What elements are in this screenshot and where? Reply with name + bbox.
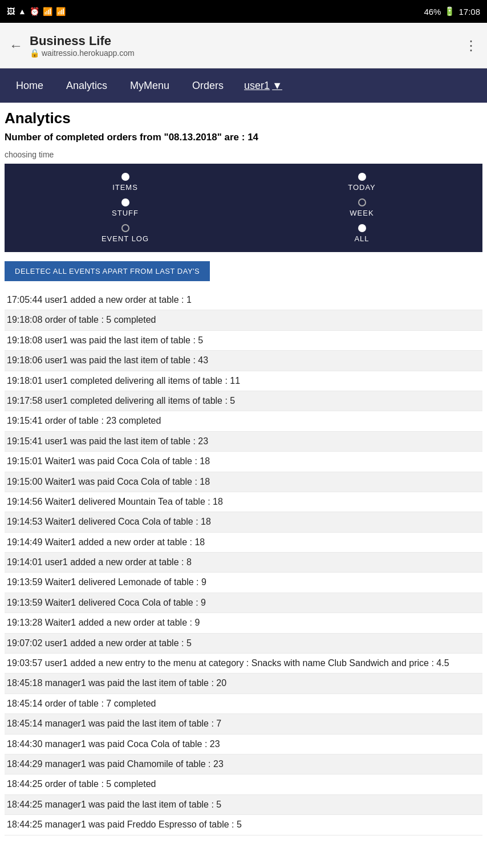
- event-row: 19:14:53 Waiter1 delivered Coca Cola of …: [5, 512, 482, 532]
- browser-title: Business Life: [30, 34, 135, 48]
- event-row: 19:18:01 user1 completed delivering all …: [5, 371, 482, 391]
- nav-bar: Home Analytics MyMenu Orders user1 ▼: [0, 68, 487, 103]
- wifi-icon: 📶: [43, 7, 52, 16]
- filter-week-radio: [358, 198, 366, 206]
- event-row: 18:44:30 manager1 was paid Coca Cola of …: [5, 735, 482, 755]
- status-bar: 🖼 ▲ ⏰ 📶 📶 46% 🔋 17:08: [0, 0, 487, 23]
- filter-event-log-radio: [121, 224, 129, 232]
- nav-user-dropdown[interactable]: user1 ▼: [235, 75, 291, 96]
- event-row: 18:45:14 manager1 was paid the last item…: [5, 714, 482, 734]
- event-row: 18:44:25 manager1 was paid the last item…: [5, 795, 482, 815]
- image-icon: 🖼: [7, 7, 15, 16]
- alarm-icon: ⏰: [30, 7, 39, 16]
- filter-items-label: ITEMS: [112, 183, 138, 192]
- status-bar-right: 46% 🔋 17:08: [424, 6, 480, 17]
- filter-all[interactable]: ALL: [255, 224, 469, 243]
- time-label: 17:08: [458, 7, 480, 17]
- nav-analytics[interactable]: Analytics: [55, 75, 119, 96]
- browser-bar: ← Business Life 🔒 waitressio.herokuapp.c…: [0, 23, 487, 68]
- filter-panel: ITEMS TODAY STUFF WEEK EVENT LOG ALL: [5, 164, 482, 252]
- filter-items[interactable]: ITEMS: [18, 173, 232, 192]
- back-button[interactable]: ←: [9, 38, 23, 54]
- event-row: 18:44:29 manager1 was paid Chamomile of …: [5, 755, 482, 774]
- page-content: Analytics Number of completed orders fro…: [0, 103, 487, 842]
- event-row: 19:03:57 user1 added a new entry to the …: [5, 654, 482, 674]
- event-row: 19:18:08 order of table : 5 completed: [5, 310, 482, 330]
- event-row: 19:13:59 Waiter1 delivered Coca Cola of …: [5, 593, 482, 613]
- event-row: 19:15:41 order of table : 23 completed: [5, 411, 482, 431]
- event-row: 19:07:02 user1 added a new order at tabl…: [5, 634, 482, 654]
- battery-icon: 🔋: [444, 6, 455, 17]
- filter-week-label: WEEK: [350, 209, 374, 217]
- filter-today-label: TODAY: [348, 183, 376, 192]
- event-row: 19:14:49 Waiter1 added a new order at ta…: [5, 533, 482, 553]
- nav-user-label: user1: [244, 80, 270, 92]
- event-row: 19:15:01 Waiter1 was paid Coca Cola of t…: [5, 452, 482, 472]
- event-row: 19:14:56 Waiter1 delivered Mountain Tea …: [5, 492, 482, 512]
- url-text: waitressio.herokuapp.com: [42, 48, 135, 58]
- event-row: 19:15:00 Waiter1 was paid Coca Cola of t…: [5, 472, 482, 492]
- status-bar-left: 🖼 ▲ ⏰ 📶 📶: [7, 7, 66, 16]
- nav-mymenu[interactable]: MyMenu: [119, 75, 181, 96]
- lock-icon: 🔒: [30, 48, 39, 58]
- filter-stuff-label: STUFF: [112, 209, 139, 217]
- browser-title-group: Business Life 🔒 waitressio.herokuapp.com: [30, 34, 135, 58]
- event-row: 19:17:58 user1 completed delivering all …: [5, 391, 482, 411]
- choosing-time-label: choosing time: [5, 150, 482, 159]
- filter-all-label: ALL: [354, 234, 369, 243]
- delete-events-button[interactable]: DELETEC ALL EVENTS APART FROM LAST DAY'S: [5, 261, 210, 281]
- filter-today-radio: [358, 173, 366, 181]
- signal-icon: 📶: [56, 7, 66, 16]
- filter-stuff[interactable]: STUFF: [18, 198, 232, 217]
- event-row: 18:45:18 manager1 was paid the last item…: [5, 674, 482, 693]
- notification-icon: ▲: [18, 7, 26, 16]
- event-row: 19:18:06 user1 was paid the last item of…: [5, 351, 482, 371]
- dropdown-arrow-icon: ▼: [272, 80, 282, 92]
- event-row: 18:45:14 order of table : 7 completed: [5, 694, 482, 714]
- event-log: 17:05:44 user1 added a new order at tabl…: [5, 290, 482, 835]
- event-row: 17:05:44 user1 added a new order at tabl…: [5, 290, 482, 310]
- filter-items-radio: [121, 173, 129, 181]
- filter-stuff-radio: [121, 198, 129, 206]
- filter-today[interactable]: TODAY: [255, 173, 469, 192]
- browser-bar-content: ← Business Life 🔒 waitressio.herokuapp.c…: [9, 34, 135, 58]
- event-row: 18:44:25 manager1 was paid Freddo Espres…: [5, 815, 482, 835]
- battery-label: 46%: [424, 7, 441, 17]
- nav-home[interactable]: Home: [5, 75, 55, 96]
- event-row: 18:44:25 order of table : 5 completed: [5, 774, 482, 794]
- nav-orders[interactable]: Orders: [181, 75, 235, 96]
- page-title: Analytics: [5, 109, 482, 127]
- event-row: 19:15:41 user1 was paid the last item of…: [5, 432, 482, 452]
- event-row: 19:18:08 user1 was paid the last item of…: [5, 331, 482, 351]
- completed-orders-text: Number of completed orders from "08.13.2…: [5, 132, 482, 143]
- filter-event-log[interactable]: EVENT LOG: [18, 224, 232, 243]
- event-row: 19:13:59 Waiter1 delivered Lemonade of t…: [5, 573, 482, 593]
- event-row: 19:14:01 user1 added a new order at tabl…: [5, 553, 482, 573]
- event-row: 19:13:28 Waiter1 added a new order at ta…: [5, 613, 482, 633]
- browser-url: 🔒 waitressio.herokuapp.com: [30, 48, 135, 58]
- browser-menu-button[interactable]: ⋮: [464, 38, 478, 54]
- filter-week[interactable]: WEEK: [255, 198, 469, 217]
- filter-event-log-label: EVENT LOG: [102, 234, 149, 243]
- filter-all-radio: [358, 224, 366, 232]
